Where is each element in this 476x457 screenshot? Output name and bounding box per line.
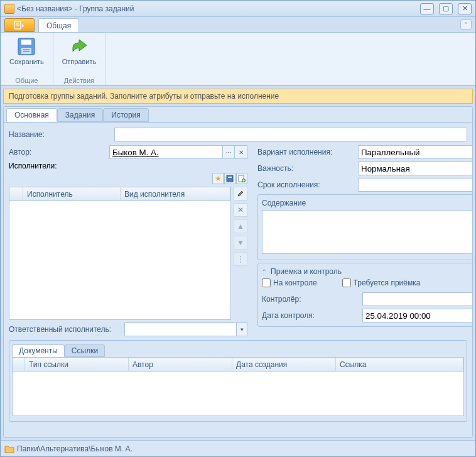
folder-icon	[4, 444, 14, 453]
svg-rect-0	[14, 21, 21, 29]
chevron-up-icon: ⌃	[463, 21, 468, 28]
col-kind[interactable]: Вид исполнителя	[121, 187, 230, 201]
add-executor-button[interactable]	[236, 173, 247, 184]
importance-input[interactable]	[358, 162, 472, 175]
svg-rect-6	[21, 48, 31, 54]
content-legend: Содержание	[262, 199, 472, 207]
send-icon	[69, 36, 89, 57]
importance-label: Важность:	[257, 164, 358, 173]
content-fieldset: Содержание	[257, 194, 472, 260]
save-button[interactable]: Сохранить	[7, 35, 46, 67]
arrow-down-icon: ▼	[237, 238, 244, 247]
responsible-dropdown-button[interactable]: ▾	[236, 322, 247, 336]
author-label: Автор:	[9, 148, 109, 157]
author-clear-button[interactable]: ✕	[235, 145, 247, 159]
tab-links[interactable]: Ссылки	[65, 344, 105, 357]
ribbon-tabstrip: Общая ⌃	[1, 17, 475, 32]
control-date-label: Дата контроля:	[262, 311, 362, 320]
arrow-up-icon: ▲	[237, 222, 244, 231]
accept-fieldset: ⌃Приемка и контроль На контроле Требуетс…	[257, 263, 472, 327]
ribbon-tab-general[interactable]: Общая	[38, 18, 79, 32]
ribbon-body: Сохранить Общие Отправить Действия	[1, 32, 475, 86]
responsible-label: Ответственный исполнитель:	[9, 325, 124, 334]
documents-section: Документы Ссылки Тип ссылки Автор Дата с…	[9, 340, 467, 422]
executors-grid[interactable]: Исполнитель Вид исполнителя	[9, 187, 231, 320]
control-date-input[interactable]	[362, 309, 472, 322]
col-link-type[interactable]: Тип ссылки	[25, 358, 129, 371]
chevron-up-icon: ⌃	[262, 268, 267, 275]
on-control-checkbox[interactable]: На контроле	[262, 278, 317, 287]
ribbon-group-general: Сохранить Общие	[1, 33, 53, 85]
due-input[interactable]	[358, 178, 472, 192]
delete-icon: ✕	[237, 206, 244, 214]
delete-row-button[interactable]: ✕	[234, 203, 247, 217]
due-label: Срок исполнения:	[257, 180, 358, 189]
address-book-button[interactable]	[224, 173, 235, 184]
controller-label: Контролёр:	[262, 295, 362, 304]
move-up-button[interactable]: ▲	[234, 219, 247, 233]
executors-toolbar: ★	[9, 173, 247, 184]
tab-history[interactable]: История	[103, 108, 149, 122]
close-button[interactable]: ✕	[458, 3, 472, 14]
col-doc-date[interactable]: Дата создания	[232, 358, 336, 371]
window-title: <Без названия> - Группа заданий	[17, 4, 420, 13]
address-book-icon	[226, 175, 234, 182]
need-accept-checkbox[interactable]: Требуется приёмка	[342, 278, 421, 287]
executors-grid-body[interactable]	[9, 201, 230, 319]
statusbar: Папки\Альтернатива\Быков М. А.	[1, 440, 475, 456]
col-num	[9, 187, 23, 201]
titlebar: <Без названия> - Группа заданий — ▢ ✕	[1, 1, 475, 17]
favorite-button[interactable]: ★	[212, 173, 224, 184]
svg-rect-9	[227, 175, 233, 182]
notice-bar: Подготовка группы заданий. Заполните атр…	[3, 89, 473, 104]
ribbon-collapse-button[interactable]: ⌃	[460, 19, 472, 30]
author-browse-button[interactable]: ···	[222, 145, 235, 159]
send-button[interactable]: Отправить	[60, 35, 99, 67]
variant-input[interactable]	[358, 145, 472, 159]
minimize-button[interactable]: —	[420, 3, 434, 14]
name-input[interactable]	[114, 128, 467, 141]
col-icon	[13, 358, 25, 371]
responsible-input[interactable]	[124, 322, 236, 336]
star-icon: ★	[215, 174, 222, 183]
app-menu-button[interactable]	[4, 18, 35, 32]
name-label: Название:	[9, 130, 109, 139]
main-panel: Название: Автор: ··· ✕ Исполнители:	[4, 122, 472, 437]
col-doc-author[interactable]: Автор	[129, 358, 232, 371]
variant-label: Вариант исполнения:	[257, 148, 358, 157]
executors-label: Исполнители:	[9, 162, 247, 170]
svg-rect-5	[21, 40, 31, 45]
pencil-icon	[237, 190, 244, 197]
tab-main[interactable]: Основная	[6, 108, 57, 122]
save-icon	[16, 36, 36, 57]
author-input[interactable]	[109, 145, 222, 159]
content-area: Основная Задания История Название: Автор…	[3, 106, 473, 438]
tab-tasks[interactable]: Задания	[57, 108, 103, 122]
window: <Без названия> - Группа заданий — ▢ ✕ Об…	[0, 0, 476, 457]
main-tabs: Основная Задания История	[4, 107, 472, 122]
svg-rect-10	[228, 177, 232, 178]
maximize-button[interactable]: ▢	[439, 3, 453, 14]
dots-icon: ⋮	[237, 255, 244, 263]
documents-grid[interactable]: Тип ссылки Автор Дата создания Ссылка	[12, 357, 464, 416]
more-button[interactable]: ⋮	[234, 252, 247, 266]
documents-grid-body[interactable]	[13, 372, 463, 416]
col-executor[interactable]: Исполнитель	[23, 187, 121, 201]
col-doc-link[interactable]: Ссылка	[336, 358, 463, 371]
status-path: Папки\Альтернатива\Быков М. А.	[17, 444, 133, 453]
move-down-button[interactable]: ▼	[234, 236, 247, 250]
content-textarea[interactable]	[262, 210, 472, 254]
app-icon	[4, 4, 14, 14]
add-icon	[238, 175, 246, 182]
ribbon-group-actions: Отправить Действия	[53, 33, 106, 85]
controller-input[interactable]	[362, 292, 472, 306]
edit-row-button[interactable]	[234, 187, 247, 201]
tab-documents[interactable]: Документы	[12, 344, 65, 357]
accept-legend: Приемка и контроль	[271, 267, 342, 276]
